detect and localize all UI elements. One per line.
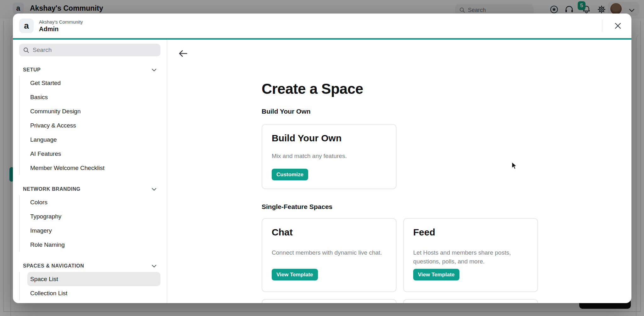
- sidebar-item-ai-features[interactable]: AI Features: [27, 147, 160, 161]
- section-label: NETWORK BRANDING: [23, 186, 80, 192]
- sidebar-section-spaces-navigation-list: Space List Collection List: [19, 272, 160, 300]
- search-input[interactable]: [32, 46, 156, 54]
- customize-button[interactable]: Customize: [272, 169, 308, 180]
- sidebar-section-network-branding-list: Colors Typography Imagery Role Naming: [19, 195, 160, 252]
- card-chat[interactable]: Chat Connect members with dynamic live c…: [262, 218, 397, 292]
- card-partial: [403, 299, 538, 303]
- header-divider: [602, 20, 602, 32]
- card-partial: [262, 299, 397, 303]
- card-title: Feed: [413, 227, 435, 238]
- sidebar-item-imagery[interactable]: Imagery: [27, 223, 160, 238]
- community-name: Akshay's Community: [39, 19, 83, 25]
- card-description: Mix and match any features.: [272, 152, 386, 161]
- arrow-left-icon: [178, 49, 188, 58]
- next-cards-row-partial: [262, 299, 538, 303]
- chevron-down-icon: [152, 68, 157, 72]
- modal-header: a Akshay's Community Admin: [13, 14, 631, 38]
- card-description: Connect members with dynamic live chat.: [272, 248, 382, 267]
- mouse-cursor: [511, 162, 518, 171]
- close-icon: [614, 22, 622, 30]
- card-build-your-own[interactable]: Build Your Own Mix and match any feature…: [262, 124, 397, 189]
- sidebar-item-colors[interactable]: Colors: [27, 195, 160, 209]
- sidebar-section-spaces-navigation[interactable]: SPACES & NAVIGATION: [19, 263, 160, 269]
- chevron-down-icon: [152, 264, 157, 268]
- sidebar-section-setup[interactable]: SETUP: [19, 67, 160, 73]
- community-logo: a: [19, 19, 34, 33]
- sidebar-item-role-naming[interactable]: Role Naming: [27, 238, 160, 252]
- sidebar-item-basics[interactable]: Basics: [27, 90, 160, 104]
- card-title: Build Your Own: [272, 133, 386, 144]
- sidebar-item-language[interactable]: Language: [27, 133, 160, 147]
- chevron-down-icon: [152, 188, 157, 191]
- sidebar-item-privacy-access[interactable]: Privacy & Access: [27, 118, 160, 133]
- sidebar-section-setup-list: Get Started Basics Community Design Priv…: [19, 76, 160, 175]
- section-heading-build-your-own: Build Your Own: [262, 107, 538, 116]
- card-description: Let Hosts and members share posts, quest…: [413, 248, 528, 267]
- section-heading-single-feature-spaces: Single-Feature Spaces: [262, 203, 538, 211]
- section-label: SETUP: [23, 67, 41, 73]
- sidebar-section-network-branding[interactable]: NETWORK BRANDING: [19, 186, 160, 192]
- page-title: Create a Space: [262, 81, 538, 97]
- sidebar-item-community-design[interactable]: Community Design: [27, 104, 160, 118]
- search-icon: [23, 47, 29, 53]
- admin-modal: a Akshay's Community Admin: [13, 14, 631, 303]
- view-template-button-feed[interactable]: View Template: [413, 269, 459, 280]
- view-template-button-chat[interactable]: View Template: [272, 269, 318, 280]
- sidebar-item-get-started[interactable]: Get Started: [27, 76, 160, 90]
- back-button[interactable]: [176, 47, 190, 60]
- sidebar-item-member-welcome-checklist[interactable]: Member Welcome Checklist: [27, 161, 160, 175]
- modal-title: Admin: [39, 25, 83, 33]
- section-label: SPACES & NAVIGATION: [23, 263, 84, 269]
- card-title: Chat: [272, 227, 293, 238]
- card-feed[interactable]: Feed Let Hosts and members share posts, …: [403, 218, 538, 292]
- sidebar-item-typography[interactable]: Typography: [27, 209, 160, 223]
- sidebar-item-space-list[interactable]: Space List: [27, 272, 160, 286]
- modal-main: Create a Space Build Your Own Build Your…: [167, 40, 631, 303]
- admin-sidebar: SETUP Get Started Basics Community Desig…: [13, 40, 167, 303]
- sidebar-search[interactable]: [19, 44, 160, 56]
- close-button[interactable]: [611, 19, 625, 33]
- sidebar-item-collection-list[interactable]: Collection List: [27, 286, 160, 300]
